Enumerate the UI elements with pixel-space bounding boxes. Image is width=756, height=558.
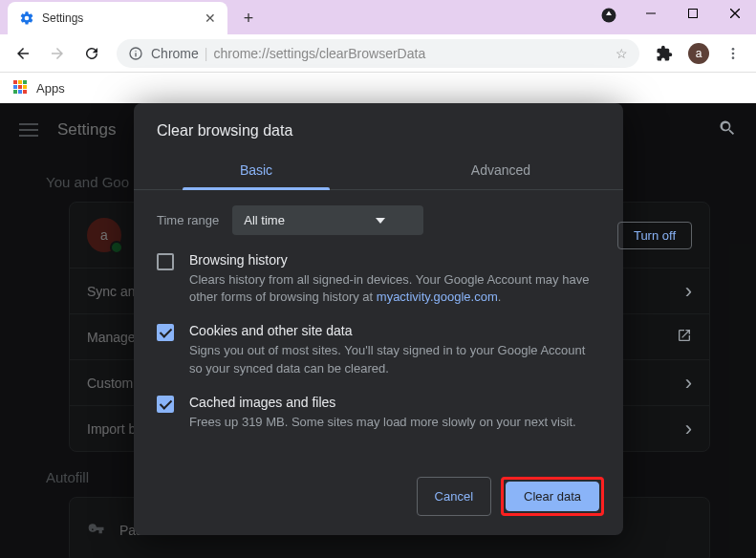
time-range-label: Time range bbox=[157, 213, 219, 227]
profile-button[interactable]: a bbox=[683, 38, 714, 69]
site-info-icon bbox=[128, 46, 143, 61]
search-button[interactable] bbox=[718, 118, 737, 141]
tab-close-icon[interactable]: ✕ bbox=[205, 11, 216, 26]
extensions-button[interactable] bbox=[649, 38, 680, 69]
dialog-tabs: Basic Advanced bbox=[134, 151, 623, 190]
svg-rect-2 bbox=[689, 10, 698, 18]
chevron-right-icon: › bbox=[685, 279, 692, 304]
address-bar[interactable]: Chrome | chrome://settings/clearBrowserD… bbox=[117, 39, 639, 68]
url-text: chrome://settings/clearBrowserData bbox=[213, 46, 425, 61]
new-tab-button[interactable]: + bbox=[235, 5, 262, 32]
opt-desc: Frees up 319 MB. Some sites may load mor… bbox=[189, 414, 576, 431]
svg-rect-7 bbox=[135, 53, 136, 56]
turn-off-button[interactable]: Turn off bbox=[617, 222, 692, 249]
highlight-annotation: Clear data bbox=[501, 477, 604, 516]
checkbox-browsing-history[interactable] bbox=[157, 253, 174, 270]
chrome-label: Chrome bbox=[151, 46, 199, 61]
cancel-button[interactable]: Cancel bbox=[417, 477, 491, 516]
svg-point-10 bbox=[732, 56, 735, 59]
account-indicator-icon[interactable] bbox=[600, 7, 617, 24]
browser-toolbar: Chrome | chrome://settings/clearBrowserD… bbox=[0, 34, 756, 73]
tab-basic[interactable]: Basic bbox=[134, 151, 378, 189]
browser-menu-button[interactable] bbox=[718, 38, 748, 69]
bookmark-star-icon[interactable]: ☆ bbox=[616, 46, 628, 61]
external-link-icon bbox=[677, 328, 692, 346]
opt-desc: Signs you out of most sites. You'll stay… bbox=[189, 342, 600, 376]
reload-button[interactable] bbox=[76, 38, 107, 69]
avatar-initial: a bbox=[688, 43, 709, 64]
addr-separator: | bbox=[205, 46, 208, 61]
forward-button[interactable] bbox=[42, 38, 73, 69]
window-controls bbox=[630, 0, 756, 27]
tab-advanced[interactable]: Advanced bbox=[378, 151, 623, 189]
svg-point-8 bbox=[732, 48, 735, 51]
checkbox-cache[interactable] bbox=[157, 396, 174, 413]
settings-gear-icon bbox=[19, 11, 34, 26]
myactivity-link[interactable]: myactivity.google.com bbox=[377, 290, 498, 304]
time-range-select[interactable]: All time bbox=[232, 205, 423, 235]
bookmarks-bar: Apps bbox=[0, 73, 756, 103]
opt-title: Browsing history bbox=[189, 252, 600, 268]
window-titlebar: Settings ✕ + bbox=[0, 0, 756, 34]
clear-data-button[interactable]: Clear data bbox=[506, 482, 599, 511]
opt-desc: Clears history from all signed-in device… bbox=[189, 271, 600, 306]
apps-label[interactable]: Apps bbox=[36, 81, 65, 96]
dialog-body: Time range All time Browsing history Cle… bbox=[134, 190, 623, 463]
clear-browsing-data-dialog: Clear browsing data Basic Advanced Time … bbox=[134, 103, 623, 535]
minimize-button[interactable] bbox=[630, 0, 672, 27]
apps-icon[interactable] bbox=[13, 80, 29, 96]
option-browsing-history: Browsing history Clears history from all… bbox=[157, 252, 600, 306]
tab-title: Settings bbox=[42, 11, 205, 25]
chevron-down-icon bbox=[376, 218, 385, 224]
browser-tab[interactable]: Settings ✕ bbox=[8, 2, 227, 34]
option-cookies: Cookies and other site data Signs you ou… bbox=[157, 323, 600, 376]
dialog-title: Clear browsing data bbox=[134, 103, 623, 151]
chevron-right-icon: › bbox=[685, 417, 692, 441]
maximize-button[interactable] bbox=[672, 0, 714, 27]
checkbox-cookies[interactable] bbox=[157, 324, 174, 341]
opt-title: Cached images and files bbox=[189, 395, 576, 410]
dialog-footer: Cancel Clear data bbox=[134, 463, 623, 535]
opt-title: Cookies and other site data bbox=[189, 323, 600, 338]
chevron-right-icon: › bbox=[685, 371, 692, 396]
svg-point-9 bbox=[732, 52, 735, 54]
back-button[interactable] bbox=[8, 38, 38, 69]
option-cache: Cached images and files Frees up 319 MB.… bbox=[157, 395, 600, 431]
close-window-button[interactable] bbox=[714, 0, 756, 27]
svg-point-6 bbox=[135, 50, 136, 51]
settings-page: Settings You and Goo a al S Turn off Syn… bbox=[0, 103, 756, 558]
